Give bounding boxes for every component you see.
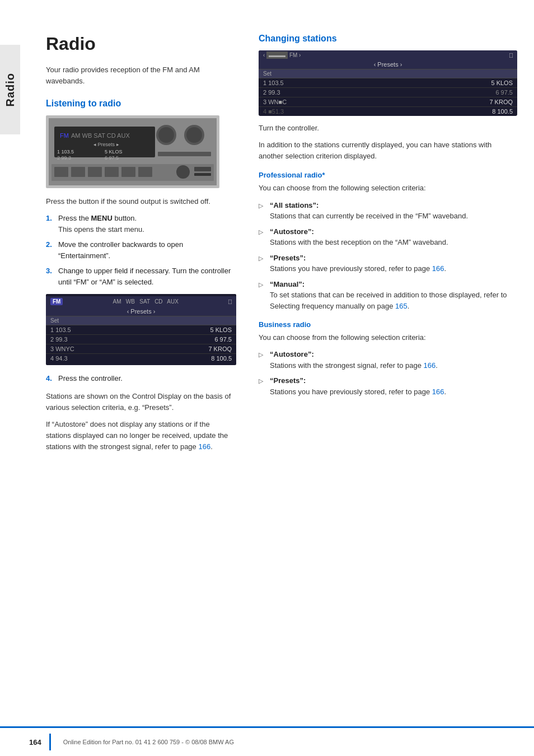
arrow-icon-1: ▷	[259, 200, 266, 222]
step-4: 4. Press the controller.	[46, 373, 236, 384]
pro-item-2-body: Stations with the best reception on the …	[270, 237, 517, 248]
biz-item-2-body: Stations you have previously stored, ref…	[270, 386, 517, 398]
top-display: ‹ ▬▬▬ FM › ⎕ ‹ Presets › Set 1 103.55 KL…	[259, 50, 517, 116]
svg-rect-16	[71, 167, 85, 177]
biz-item-1-title: “Autostore”:	[270, 350, 314, 358]
left-column: Radio Your radio provides reception of t…	[46, 34, 236, 458]
right-column: Changing stations ‹ ▬▬▬ FM › ⎕ ‹ Presets…	[253, 34, 517, 458]
step-2-text: Move the controller backwards to open “E…	[58, 239, 236, 261]
arrow-icon-2: ▷	[259, 226, 266, 248]
pro-item-1-title: “All stations”:	[270, 201, 318, 209]
professional-radio-heading: Professional radio*	[259, 171, 517, 179]
svg-rect-22	[194, 167, 211, 171]
pro-item-1-body: Stations that can currently be received …	[270, 211, 517, 222]
station-row-2: 2 99.36 97.5	[46, 335, 236, 344]
sidebar-label-text: Radio	[4, 73, 17, 107]
pro-link-165[interactable]: 165	[395, 302, 407, 310]
pro-item-3: ▷ “Presets”: Stations you have previousl…	[259, 253, 517, 274]
menu-bold: MENU	[91, 214, 113, 222]
sidebar-label: Radio	[0, 45, 20, 134]
biz-item-2-title: “Presets”:	[270, 376, 306, 385]
pro-item-4: ▷ “Manual”: To set stations that can be …	[259, 279, 517, 312]
svg-text:◂ Presets ▸: ◂ Presets ▸	[93, 142, 119, 147]
arrow-icon-6: ▷	[259, 375, 266, 397]
svg-rect-17	[88, 167, 102, 177]
steps-list: 1. Press the MENU button. This opens the…	[46, 213, 236, 287]
changing-stations-heading: Changing stations	[259, 34, 517, 44]
page-title: Radio	[46, 34, 236, 54]
business-radio-heading: Business radio	[259, 320, 517, 329]
svg-rect-23	[194, 173, 211, 176]
step-3-text: Change to upper field if necessary. Turn…	[58, 265, 236, 287]
page-number: 164	[29, 738, 41, 746]
pro-item-4-body: To set stations that can be received in …	[270, 290, 517, 311]
r-station-row-3: 3 WN■C7 KROQ	[259, 97, 517, 107]
page-link-1[interactable]: 166	[198, 442, 210, 451]
pro-item-3-body: Stations you have previously stored, ref…	[270, 263, 517, 274]
right-body-text-1: In addition to the stations currently di…	[259, 139, 517, 162]
svg-text:6 97.5: 6 97.5	[105, 155, 119, 161]
screen-set-row-2: Set	[259, 69, 517, 78]
arrow-icon-3: ▷	[259, 253, 266, 274]
screen-header-1: FM AM WB SAT CD AUX ⎕	[46, 296, 236, 307]
r-station-row-1: 1 103.55 KLOS	[259, 78, 517, 88]
arrow-icon-4: ▷	[259, 279, 266, 312]
station-row-3: 3 WNYC7 KROQ	[46, 344, 236, 354]
screen-presets-2: ‹ Presets ›	[259, 60, 517, 69]
biz-item-1-body: Stations with the strongest signal, refe…	[270, 360, 517, 371]
main-content: Radio Your radio provides reception of t…	[29, 0, 534, 480]
radio-image: FM AM WB SAT CD AUX ◂ Presets ▸ 1 103.5 …	[46, 115, 219, 188]
svg-point-12	[186, 127, 202, 143]
screen-header-2: ‹ ▬▬▬ FM › ⎕	[259, 50, 517, 60]
screen-presets-1: ‹ Presets ›	[46, 307, 236, 316]
pro-item-1: ▷ “All stations”: Stations that can curr…	[259, 200, 517, 222]
intro-text: Your radio provides reception of the FM …	[46, 64, 236, 86]
pro-item-2-title: “Autostore”:	[270, 227, 314, 236]
svg-rect-15	[54, 167, 68, 177]
svg-text:AM  WB  SAT  CD  AUX: AM WB SAT CD AUX	[71, 132, 130, 139]
pro-link-166-1[interactable]: 166	[432, 264, 444, 273]
arrow-icon-5: ▷	[259, 349, 266, 371]
biz-item-2: ▷ “Presets”: Stations you have previousl…	[259, 375, 517, 397]
step4-list: 4. Press the controller.	[46, 373, 236, 384]
footer-text: Online Edition for Part no. 01 41 2 600 …	[63, 739, 234, 745]
svg-rect-18	[105, 167, 119, 177]
body-text-1: Press the button if the sound output is …	[46, 196, 236, 207]
footer: 164 Online Edition for Part no. 01 41 2 …	[0, 726, 534, 756]
biz-link-166-1[interactable]: 166	[424, 361, 436, 370]
listening-to-radio-heading: Listening to radio	[46, 99, 236, 109]
business-radio-intro: You can choose from the following select…	[259, 332, 517, 343]
professional-radio-list: ▷ “All stations”: Stations that can curr…	[259, 200, 517, 312]
r-station-row-4: 4 ■51.38 100.5	[259, 107, 517, 116]
pro-item-2: ▷ “Autostore”: Stations with the best re…	[259, 226, 517, 248]
professional-radio-intro: You can choose from the following select…	[259, 183, 517, 194]
svg-text:1 103.5: 1 103.5	[57, 149, 74, 155]
body-text-2: Stations are shown on the Control Displa…	[46, 391, 236, 413]
fm-badge: FM	[50, 298, 63, 305]
svg-text:5 KLOS: 5 KLOS	[105, 149, 123, 155]
business-radio-list: ▷ “Autostore”: Stations with the stronge…	[259, 349, 517, 397]
pro-item-4-title: “Manual”:	[270, 280, 305, 288]
pro-item-3-title: “Presets”:	[270, 254, 306, 262]
turn-controller-text: Turn the controller.	[259, 123, 517, 134]
body-text-3: If “Autostore” does not display any stat…	[46, 419, 236, 452]
step-3: 3. Change to upper field if necessary. T…	[46, 265, 236, 287]
svg-text:FM: FM	[60, 132, 69, 139]
svg-text:2 99.3: 2 99.3	[57, 155, 71, 161]
svg-rect-19	[121, 167, 135, 177]
station-row-1: 1 103.55 KLOS	[46, 325, 236, 335]
svg-rect-13	[158, 152, 211, 156]
screen-set-row-1: Set	[46, 316, 236, 325]
step-1-subtext: This opens the start menu.	[58, 224, 236, 235]
footer-divider	[49, 734, 51, 750]
r-station-row-2: 2 99.36 97.5	[259, 88, 517, 97]
biz-link-166-2[interactable]: 166	[432, 388, 444, 396]
step-1: 1. Press the MENU button. This opens the…	[46, 213, 236, 235]
svg-point-10	[158, 127, 174, 143]
step-4-text: Press the controller.	[58, 373, 236, 384]
svg-point-21	[176, 165, 190, 179]
step-2: 2. Move the controller backwards to open…	[46, 239, 236, 261]
biz-item-1: ▷ “Autostore”: Stations with the stronge…	[259, 349, 517, 371]
screen-display-1: FM AM WB SAT CD AUX ⎕ ‹ Presets › Set 1 …	[46, 294, 236, 365]
station-row-4: 4 94.38 100.5	[46, 354, 236, 363]
